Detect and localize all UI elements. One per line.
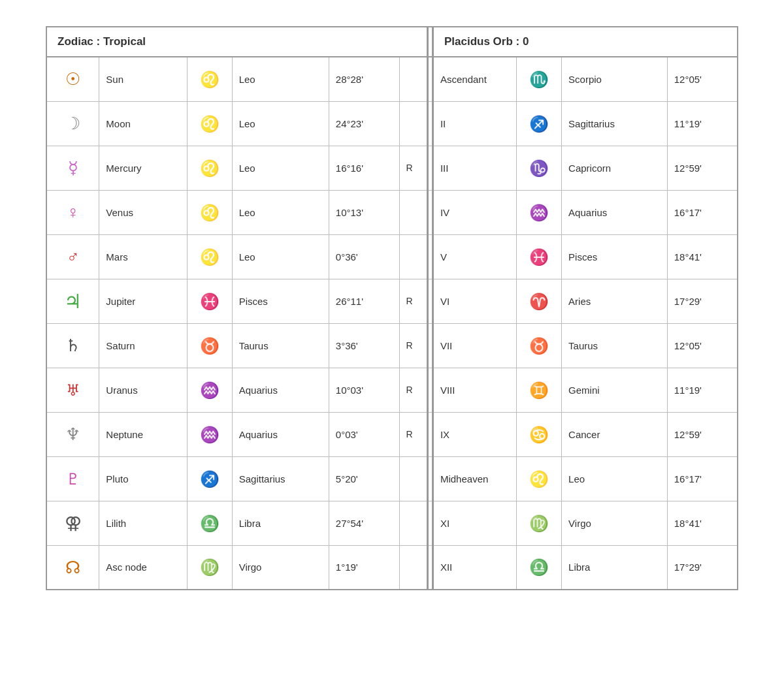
planet-symbol: ♇ [46, 456, 99, 501]
house-sign-name: Aquarius [562, 190, 668, 234]
degree: 5°20' [329, 456, 399, 501]
planet-symbol: ⚢ [46, 501, 99, 545]
house-sign-name: Scorpio [562, 57, 668, 101]
planet-name: Moon [99, 101, 188, 146]
section-divider [427, 190, 433, 234]
planet-symbol: ♅ [46, 368, 99, 412]
sign-name: Aquarius [232, 412, 329, 456]
house-label: Midheaven [433, 456, 516, 501]
planet-name: Asc node [99, 545, 188, 590]
sign-name: Libra [232, 501, 329, 545]
house-sign-name: Sagittarius [562, 101, 668, 146]
house-sign-name: Virgo [562, 501, 668, 545]
retrograde [399, 545, 427, 590]
house-label: VI [433, 279, 516, 323]
house-sign-name: Cancer [562, 412, 668, 456]
section-divider [427, 323, 433, 368]
planet-name: Pluto [99, 456, 188, 501]
house-sign-name: Leo [562, 456, 668, 501]
astrology-table: Zodiac : Tropical Placidus Orb : 0 ☉Sun♌… [46, 26, 738, 590]
sign-symbol: ♎ [188, 501, 233, 545]
table-row: ☊Asc node♍Virgo1°19'XII♎Libra17°29' [46, 545, 738, 590]
section-divider [427, 456, 433, 501]
degree: 16°16' [329, 146, 399, 190]
planet-symbol: ♆ [46, 412, 99, 456]
house-degree: 12°59' [667, 412, 738, 456]
house-sign-symbol: ♒ [517, 190, 562, 234]
planet-name: Uranus [99, 368, 188, 412]
house-degree: 18°41' [667, 234, 738, 279]
table-row: ♃Jupiter♓Pisces26°11'RVI♈Aries17°29' [46, 279, 738, 323]
degree: 10°13' [329, 190, 399, 234]
house-sign-symbol: ♏ [517, 57, 562, 101]
section-divider [427, 57, 433, 101]
retrograde [399, 501, 427, 545]
retrograde: R [399, 412, 427, 456]
house-label: VIII [433, 368, 516, 412]
house-sign-name: Aries [562, 279, 668, 323]
house-label: VII [433, 323, 516, 368]
table-row: ⚢Lilith♎Libra27°54'XI♍Virgo18°41' [46, 501, 738, 545]
retrograde: R [399, 279, 427, 323]
house-sign-name: Taurus [562, 323, 668, 368]
planet-name: Mercury [99, 146, 188, 190]
planet-name: Neptune [99, 412, 188, 456]
house-degree: 16°17' [667, 456, 738, 501]
table-row: ☿Mercury♌Leo16°16'RIII♑Capricorn12°59' [46, 146, 738, 190]
sign-symbol: ♌ [188, 234, 233, 279]
planet-symbol: ☽ [46, 101, 99, 146]
table-row: ♅Uranus♒Aquarius10°03'RVIII♊Gemini11°19' [46, 368, 738, 412]
planet-symbol: ♀ [46, 190, 99, 234]
house-degree: 12°05' [667, 57, 738, 101]
sign-symbol: ♍ [188, 545, 233, 590]
sign-name: Taurus [232, 323, 329, 368]
planet-symbol: ♃ [46, 279, 99, 323]
house-label: XI [433, 501, 516, 545]
degree: 24°23' [329, 101, 399, 146]
table-row: ♂Mars♌Leo0°36'V♓Pisces18°41' [46, 234, 738, 279]
planet-name: Lilith [99, 501, 188, 545]
house-degree: 16°17' [667, 190, 738, 234]
section-divider [427, 101, 433, 146]
degree: 28°28' [329, 57, 399, 101]
sign-symbol: ♌ [188, 146, 233, 190]
house-sign-symbol: ♐ [517, 101, 562, 146]
planet-name: Saturn [99, 323, 188, 368]
sign-name: Pisces [232, 279, 329, 323]
section-divider [427, 368, 433, 412]
house-sign-symbol: ♓ [517, 234, 562, 279]
table-row: ♀Venus♌Leo10°13'IV♒Aquarius16°17' [46, 190, 738, 234]
degree: 3°36' [329, 323, 399, 368]
house-label: XII [433, 545, 516, 590]
degree: 0°36' [329, 234, 399, 279]
house-label: IV [433, 190, 516, 234]
house-label: IX [433, 412, 516, 456]
retrograde [399, 456, 427, 501]
house-sign-symbol: ♋ [517, 412, 562, 456]
planet-symbol: ♄ [46, 323, 99, 368]
sign-name: Sagittarius [232, 456, 329, 501]
house-sign-symbol: ♈ [517, 279, 562, 323]
planet-name: Venus [99, 190, 188, 234]
house-degree: 12°59' [667, 146, 738, 190]
sign-symbol: ♉ [188, 323, 233, 368]
sign-symbol: ♌ [188, 57, 233, 101]
degree: 0°03' [329, 412, 399, 456]
house-label: II [433, 101, 516, 146]
retrograde: R [399, 146, 427, 190]
house-degree: 11°19' [667, 101, 738, 146]
sign-name: Virgo [232, 545, 329, 590]
retrograde [399, 190, 427, 234]
retrograde: R [399, 368, 427, 412]
section-divider [427, 545, 433, 590]
retrograde [399, 57, 427, 101]
degree: 10°03' [329, 368, 399, 412]
sign-name: Leo [232, 146, 329, 190]
house-degree: 17°29' [667, 545, 738, 590]
retrograde [399, 101, 427, 146]
house-label: III [433, 146, 516, 190]
planet-symbol: ☿ [46, 146, 99, 190]
planet-name: Mars [99, 234, 188, 279]
sign-name: Leo [232, 101, 329, 146]
table-row: ♇Pluto♐Sagittarius5°20'Midheaven♌Leo16°1… [46, 456, 738, 501]
